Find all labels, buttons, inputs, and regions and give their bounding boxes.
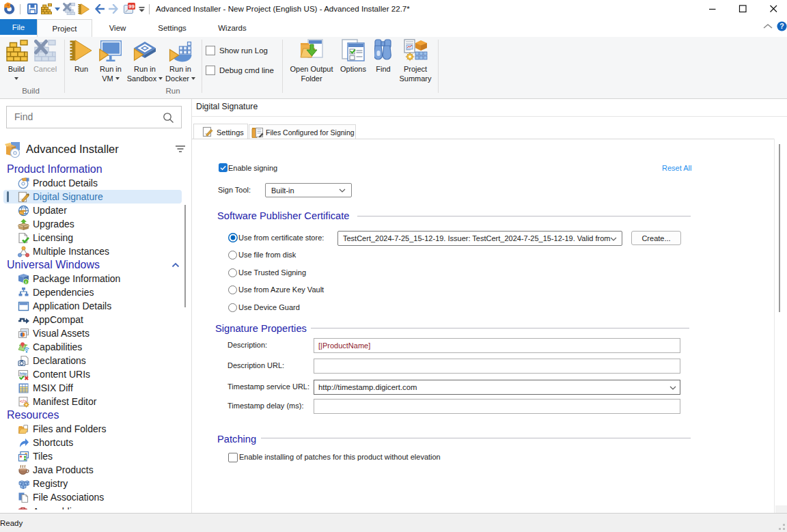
svg-text:i: i	[25, 279, 27, 284]
svg-text:99: 99	[128, 3, 135, 10]
svg-text:http: http	[20, 372, 27, 376]
svg-text:?: ?	[779, 22, 784, 30]
